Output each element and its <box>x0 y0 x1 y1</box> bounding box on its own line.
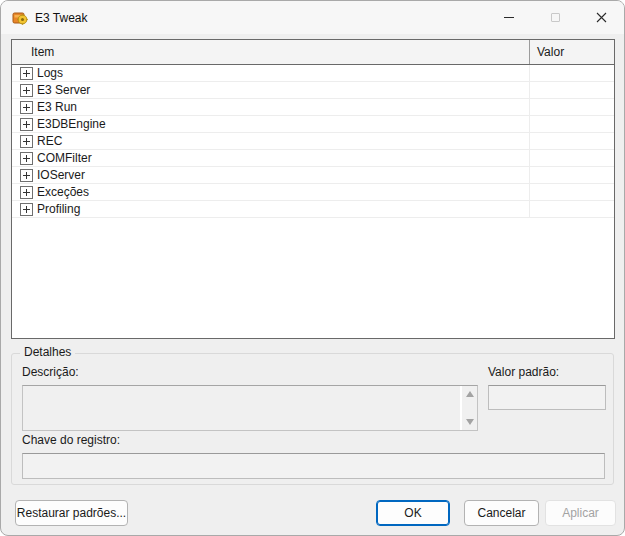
list-rows: Logs E3 Server E3 Run E3DBEngine <box>12 65 614 218</box>
app-icon <box>12 10 28 26</box>
details-groupbox: Detalhes Descrição: Valor padrão: Chave … <box>11 353 614 485</box>
expand-plus-icon[interactable] <box>20 152 33 165</box>
default-value-label: Valor padrão: <box>488 365 559 379</box>
value-cell <box>529 167 614 183</box>
maximize-icon <box>532 1 578 34</box>
value-cell <box>529 99 614 115</box>
titlebar: E3 Tweak <box>1 1 624 34</box>
value-cell <box>529 201 614 217</box>
registry-key-label: Chave do registro: <box>22 433 120 447</box>
tree-item-label: Exceções <box>37 184 89 200</box>
expand-plus-icon[interactable] <box>20 186 33 199</box>
list-header: Item Valor <box>12 40 614 65</box>
value-cell <box>529 133 614 149</box>
table-row[interactable]: Logs <box>12 65 614 82</box>
window-title: E3 Tweak <box>35 11 87 25</box>
expand-plus-icon[interactable] <box>20 84 33 97</box>
tree-item-label: IOServer <box>37 167 85 183</box>
scroll-down-icon[interactable] <box>466 419 474 425</box>
value-cell <box>529 65 614 81</box>
tree-item-label: E3 Server <box>37 82 90 98</box>
table-row[interactable]: Profiling <box>12 201 614 218</box>
table-row[interactable]: E3DBEngine <box>12 116 614 133</box>
tweak-tree-list: Item Valor Logs E3 Server E3 Run <box>11 39 615 339</box>
expand-plus-icon[interactable] <box>20 118 33 131</box>
table-row[interactable]: REC <box>12 133 614 150</box>
value-cell <box>529 150 614 166</box>
expand-plus-icon[interactable] <box>20 67 33 80</box>
value-cell <box>529 82 614 98</box>
table-row[interactable]: Exceções <box>12 184 614 201</box>
table-row[interactable]: E3 Server <box>12 82 614 99</box>
scroll-up-icon[interactable] <box>466 391 474 397</box>
minimize-icon[interactable] <box>486 1 532 34</box>
tree-item-label: COMFilter <box>37 150 92 166</box>
description-text <box>23 386 460 430</box>
table-row[interactable]: IOServer <box>12 167 614 184</box>
tree-item-label: E3 Run <box>37 99 77 115</box>
registry-key-field <box>22 453 605 479</box>
expand-plus-icon[interactable] <box>20 135 33 148</box>
default-value-field <box>488 385 606 410</box>
value-cell <box>529 184 614 200</box>
description-field <box>22 385 478 431</box>
value-cell <box>529 116 614 132</box>
table-row[interactable]: E3 Run <box>12 99 614 116</box>
expand-plus-icon[interactable] <box>20 169 33 182</box>
column-header-valor[interactable]: Valor <box>529 40 614 64</box>
tree-item-label: Logs <box>37 65 63 81</box>
description-label: Descrição: <box>22 365 79 379</box>
dialog-e3-tweak: E3 Tweak Item Valor Logs E3 Server <box>0 0 625 536</box>
apply-button: Aplicar <box>545 500 616 526</box>
cancel-button[interactable]: Cancelar <box>464 500 539 526</box>
caption-buttons <box>486 1 624 34</box>
groupbox-label: Detalhes <box>20 345 75 359</box>
tree-item-label: Profiling <box>37 201 80 217</box>
description-scrollbar[interactable] <box>460 386 477 430</box>
expand-plus-icon[interactable] <box>20 101 33 114</box>
tree-item-label: REC <box>37 133 62 149</box>
table-row[interactable]: COMFilter <box>12 150 614 167</box>
close-icon[interactable] <box>578 1 624 34</box>
column-header-item[interactable]: Item <box>12 40 529 64</box>
restore-defaults-button[interactable]: Restaurar padrões... <box>15 500 128 526</box>
expand-plus-icon[interactable] <box>20 203 33 216</box>
ok-button[interactable]: OK <box>376 500 450 526</box>
tree-item-label: E3DBEngine <box>37 116 106 132</box>
